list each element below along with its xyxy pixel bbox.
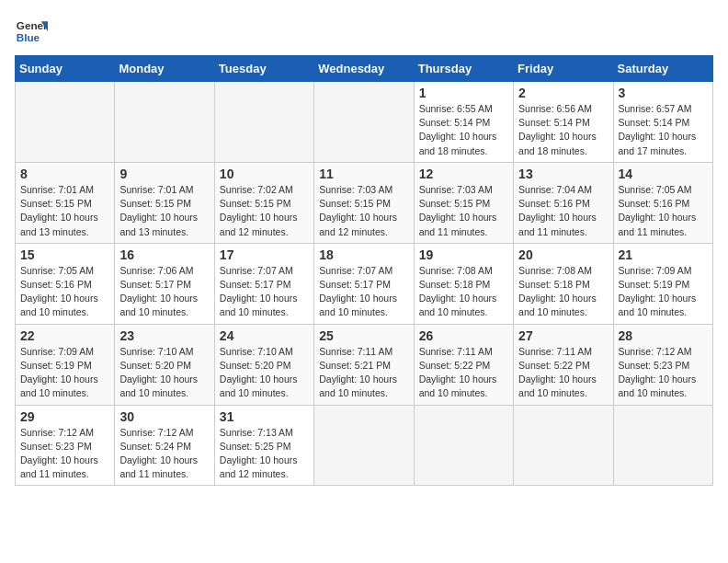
calendar-cell: 2 Sunrise: 6:56 AMSunset: 5:14 PMDayligh… — [514, 82, 613, 163]
day-info: Sunrise: 7:04 AMSunset: 5:16 PMDaylight:… — [518, 183, 608, 239]
day-info: Sunrise: 6:55 AMSunset: 5:14 PMDaylight:… — [419, 102, 508, 158]
day-number: 23 — [119, 328, 209, 343]
day-info: Sunrise: 7:10 AMSunset: 5:20 PMDaylight:… — [119, 345, 209, 401]
day-number: 14 — [619, 167, 708, 181]
calendar-cell — [314, 82, 414, 163]
day-info: Sunrise: 7:07 AMSunset: 5:17 PMDaylight:… — [220, 264, 309, 320]
day-number: 27 — [518, 328, 608, 343]
calendar-cell: 13 Sunrise: 7:04 AMSunset: 5:16 PMDaylig… — [514, 162, 613, 243]
calendar-cell — [214, 82, 313, 163]
day-info: Sunrise: 7:02 AMSunset: 5:15 PMDaylight:… — [220, 183, 309, 239]
calendar-week-row: 1 Sunrise: 6:55 AMSunset: 5:14 PMDayligh… — [16, 82, 713, 163]
calendar-cell: 20 Sunrise: 7:08 AMSunset: 5:18 PMDaylig… — [514, 243, 613, 324]
calendar-cell: 15 Sunrise: 7:05 AMSunset: 5:16 PMDaylig… — [16, 243, 115, 324]
day-number: 8 — [20, 167, 109, 181]
day-info: Sunrise: 6:57 AMSunset: 5:14 PMDaylight:… — [619, 102, 708, 158]
day-info: Sunrise: 7:05 AMSunset: 5:16 PMDaylight:… — [20, 264, 109, 320]
calendar-cell: 8 Sunrise: 7:01 AMSunset: 5:15 PMDayligh… — [16, 162, 115, 243]
calendar-cell — [414, 405, 513, 486]
day-number: 29 — [20, 409, 109, 424]
day-info: Sunrise: 7:11 AMSunset: 5:21 PMDaylight:… — [319, 345, 408, 401]
day-number: 25 — [319, 328, 408, 343]
day-number: 12 — [419, 167, 508, 181]
logo-icon: General Blue — [15, 15, 48, 48]
day-info: Sunrise: 7:08 AMSunset: 5:18 PMDaylight:… — [518, 264, 608, 320]
day-number: 30 — [119, 409, 209, 424]
day-number: 20 — [518, 247, 608, 262]
day-number: 28 — [619, 328, 708, 343]
day-number: 21 — [619, 247, 708, 262]
calendar-cell: 16 Sunrise: 7:06 AMSunset: 5:17 PMDaylig… — [115, 243, 214, 324]
calendar-cell: 18 Sunrise: 7:07 AMSunset: 5:17 PMDaylig… — [314, 243, 414, 324]
calendar-cell — [314, 405, 414, 486]
day-info: Sunrise: 7:08 AMSunset: 5:18 PMDaylight:… — [419, 264, 508, 320]
day-number: 11 — [319, 167, 408, 181]
day-number: 17 — [220, 247, 309, 262]
day-info: Sunrise: 7:09 AMSunset: 5:19 PMDaylight:… — [20, 345, 109, 401]
calendar-cell: 21 Sunrise: 7:09 AMSunset: 5:19 PMDaylig… — [613, 243, 712, 324]
day-info: Sunrise: 7:11 AMSunset: 5:22 PMDaylight:… — [419, 345, 508, 401]
page-header: General Blue — [15, 15, 713, 48]
calendar-cell — [16, 82, 115, 163]
calendar-cell: 27 Sunrise: 7:11 AMSunset: 5:22 PMDaylig… — [514, 324, 613, 405]
calendar-cell: 31 Sunrise: 7:13 AMSunset: 5:25 PMDaylig… — [214, 405, 313, 486]
calendar-header-row: SundayMondayTuesdayWednesdayThursdayFrid… — [16, 56, 713, 82]
day-info: Sunrise: 6:56 AMSunset: 5:14 PMDaylight:… — [518, 102, 608, 158]
calendar-cell: 26 Sunrise: 7:11 AMSunset: 5:22 PMDaylig… — [414, 324, 513, 405]
day-info: Sunrise: 7:12 AMSunset: 5:23 PMDaylight:… — [619, 345, 708, 401]
col-header-sunday: Sunday — [16, 56, 115, 82]
calendar-cell: 22 Sunrise: 7:09 AMSunset: 5:19 PMDaylig… — [16, 324, 115, 405]
day-info: Sunrise: 7:12 AMSunset: 5:24 PMDaylight:… — [119, 426, 209, 482]
calendar-cell: 17 Sunrise: 7:07 AMSunset: 5:17 PMDaylig… — [214, 243, 313, 324]
day-number: 10 — [220, 167, 309, 181]
calendar-cell: 29 Sunrise: 7:12 AMSunset: 5:23 PMDaylig… — [16, 405, 115, 486]
day-number: 2 — [518, 86, 608, 100]
calendar-week-row: 29 Sunrise: 7:12 AMSunset: 5:23 PMDaylig… — [16, 405, 713, 486]
calendar-week-row: 15 Sunrise: 7:05 AMSunset: 5:16 PMDaylig… — [16, 243, 713, 324]
day-info: Sunrise: 7:12 AMSunset: 5:23 PMDaylight:… — [20, 426, 109, 482]
day-info: Sunrise: 7:07 AMSunset: 5:17 PMDaylight:… — [319, 264, 408, 320]
calendar-cell: 23 Sunrise: 7:10 AMSunset: 5:20 PMDaylig… — [115, 324, 214, 405]
day-number: 31 — [220, 409, 309, 424]
calendar-cell: 3 Sunrise: 6:57 AMSunset: 5:14 PMDayligh… — [613, 82, 712, 163]
day-info: Sunrise: 7:05 AMSunset: 5:16 PMDaylight:… — [619, 183, 708, 239]
day-number: 22 — [20, 328, 109, 343]
col-header-friday: Friday — [514, 56, 613, 82]
day-number: 16 — [119, 247, 209, 262]
calendar-cell: 9 Sunrise: 7:01 AMSunset: 5:15 PMDayligh… — [115, 162, 214, 243]
day-info: Sunrise: 7:10 AMSunset: 5:20 PMDaylight:… — [220, 345, 309, 401]
day-info: Sunrise: 7:01 AMSunset: 5:15 PMDaylight:… — [20, 183, 109, 239]
calendar-cell: 12 Sunrise: 7:03 AMSunset: 5:15 PMDaylig… — [414, 162, 513, 243]
calendar-cell — [514, 405, 613, 486]
calendar-cell: 24 Sunrise: 7:10 AMSunset: 5:20 PMDaylig… — [214, 324, 313, 405]
calendar-cell: 14 Sunrise: 7:05 AMSunset: 5:16 PMDaylig… — [613, 162, 712, 243]
day-number: 1 — [419, 86, 508, 100]
day-info: Sunrise: 7:01 AMSunset: 5:15 PMDaylight:… — [119, 183, 209, 239]
calendar-cell — [115, 82, 214, 163]
calendar-cell — [613, 405, 712, 486]
day-number: 19 — [419, 247, 508, 262]
calendar-cell: 28 Sunrise: 7:12 AMSunset: 5:23 PMDaylig… — [613, 324, 712, 405]
day-info: Sunrise: 7:11 AMSunset: 5:22 PMDaylight:… — [518, 345, 608, 401]
day-number: 18 — [319, 247, 408, 262]
day-number: 24 — [220, 328, 309, 343]
day-number: 26 — [419, 328, 508, 343]
svg-text:Blue: Blue — [17, 31, 40, 43]
day-number: 9 — [119, 167, 209, 181]
calendar-cell: 1 Sunrise: 6:55 AMSunset: 5:14 PMDayligh… — [414, 82, 513, 163]
day-number: 13 — [518, 167, 608, 181]
day-info: Sunrise: 7:03 AMSunset: 5:15 PMDaylight:… — [419, 183, 508, 239]
logo: General Blue — [15, 15, 48, 48]
day-info: Sunrise: 7:09 AMSunset: 5:19 PMDaylight:… — [619, 264, 708, 320]
day-info: Sunrise: 7:06 AMSunset: 5:17 PMDaylight:… — [119, 264, 209, 320]
col-header-wednesday: Wednesday — [314, 56, 414, 82]
day-info: Sunrise: 7:03 AMSunset: 5:15 PMDaylight:… — [319, 183, 408, 239]
calendar-cell: 30 Sunrise: 7:12 AMSunset: 5:24 PMDaylig… — [115, 405, 214, 486]
day-number: 15 — [20, 247, 109, 262]
day-info: Sunrise: 7:13 AMSunset: 5:25 PMDaylight:… — [220, 426, 309, 482]
calendar-week-row: 22 Sunrise: 7:09 AMSunset: 5:19 PMDaylig… — [16, 324, 713, 405]
day-number: 3 — [619, 86, 708, 100]
calendar-cell: 25 Sunrise: 7:11 AMSunset: 5:21 PMDaylig… — [314, 324, 414, 405]
col-header-monday: Monday — [115, 56, 214, 82]
calendar-table: SundayMondayTuesdayWednesdayThursdayFrid… — [15, 55, 713, 486]
